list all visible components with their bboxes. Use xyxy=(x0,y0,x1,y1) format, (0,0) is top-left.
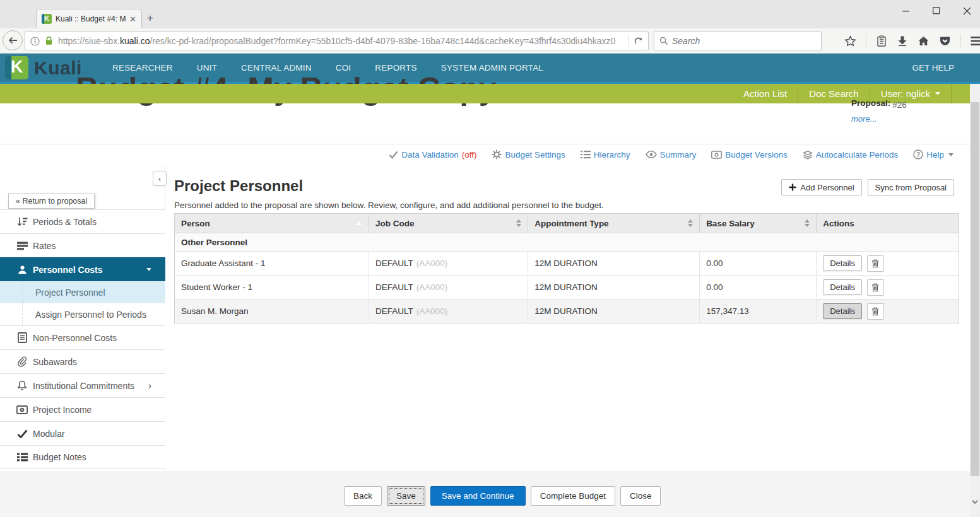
complete-budget-button[interactable]: Complete Budget xyxy=(531,486,615,506)
hierarchy-button[interactable]: Hierarchy xyxy=(581,150,630,160)
search-bar[interactable] xyxy=(654,32,822,50)
https-lock-icon xyxy=(44,36,54,46)
save-button[interactable]: Save xyxy=(387,486,425,506)
sidebar-item-project-personnel[interactable]: Project Personnel xyxy=(0,281,165,303)
save-and-continue-button[interactable]: Save and Continue xyxy=(430,486,526,506)
list-icon xyxy=(16,451,28,463)
browser-tab[interactable]: K Kuali :: Budget #4: My Budge ✕ xyxy=(36,9,142,28)
reload-button[interactable] xyxy=(628,35,643,47)
details-button[interactable]: Details xyxy=(823,303,862,319)
browser-toolbar: https://siue-sbx.kuali.co/res/kc-pd-krad… xyxy=(0,28,980,54)
sidebar-item-subawards[interactable]: Subawards xyxy=(0,349,165,373)
sidebar-item-assign-personnel[interactable]: Assign Personnel to Periods xyxy=(0,303,165,325)
cell-job-code: DEFAULT(AA000) xyxy=(369,252,528,275)
site-info-icon[interactable] xyxy=(30,37,40,46)
downloads-icon[interactable] xyxy=(897,35,908,47)
tab-close-icon[interactable]: ✕ xyxy=(129,15,136,23)
gear-icon xyxy=(492,149,502,160)
portal-bar: Action List Doc Search User: nglick xyxy=(0,84,970,103)
menu-hamburger-icon[interactable] xyxy=(971,36,980,46)
reload-icon xyxy=(634,37,643,46)
details-button[interactable]: Details xyxy=(823,279,862,295)
action-list-link[interactable]: Action List xyxy=(733,84,798,103)
table-row: Graduate Assistant - 1 DEFAULT(AA000) 12… xyxy=(175,251,959,275)
add-personnel-button[interactable]: Add Personnel xyxy=(781,179,861,195)
cell-base-salary: 0.00 xyxy=(700,276,817,299)
vertical-scrollbar[interactable] xyxy=(970,84,980,517)
help-menu[interactable]: ? Help xyxy=(913,149,953,160)
scrollbar-thumb[interactable] xyxy=(971,102,979,476)
back-button-footer[interactable]: Back xyxy=(344,486,382,506)
cell-actions: Details xyxy=(817,276,959,299)
data-validation-button[interactable]: Data Validation (off) xyxy=(389,150,476,160)
table-header: Person Job Code Appointment Type Base Sa… xyxy=(175,214,959,233)
search-input[interactable] xyxy=(672,36,798,46)
kuali-logo-icon[interactable]: K xyxy=(5,56,28,79)
scroll-down-arrow-icon[interactable] xyxy=(972,500,978,504)
column-header-base-salary[interactable]: Base Salary xyxy=(700,214,817,233)
bookmark-star-icon[interactable] xyxy=(844,35,856,47)
chevron-down-icon xyxy=(146,268,151,271)
delete-button[interactable] xyxy=(867,303,884,320)
delete-button[interactable] xyxy=(867,255,884,272)
banknote-icon xyxy=(711,151,722,159)
trash-icon xyxy=(871,307,879,316)
sidebar-item-periods-totals[interactable]: Periods & Totals xyxy=(0,209,165,233)
proposal-number: #26 xyxy=(892,100,907,110)
toolbar-separator xyxy=(866,35,866,47)
get-help-link[interactable]: GET HELP xyxy=(912,54,954,82)
screen: K Kuali :: Budget #4: My Budge ✕ + https… xyxy=(0,0,980,517)
address-bar[interactable]: https://siue-sbx.kuali.co/res/kc-pd-krad… xyxy=(25,32,649,50)
budget-settings-button[interactable]: Budget Settings xyxy=(492,149,565,160)
close-icon[interactable] xyxy=(963,7,971,15)
person-icon xyxy=(16,264,28,276)
search-icon xyxy=(659,37,668,45)
document-icon xyxy=(16,332,28,344)
column-header-job-code[interactable]: Job Code xyxy=(369,214,528,233)
reading-list-icon[interactable] xyxy=(876,35,887,47)
minimize-icon[interactable] xyxy=(902,7,910,15)
sidebar-item-budget-notes[interactable]: Budget Notes xyxy=(0,445,165,469)
proposal-info: Proposal:#26 xyxy=(851,98,907,108)
sidebar-item-project-income[interactable]: 0 Project Income xyxy=(0,397,165,421)
cell-person: Graduate Assistant - 1 xyxy=(175,252,369,275)
summary-button[interactable]: Summary xyxy=(646,150,697,160)
cell-actions: Details xyxy=(817,252,959,275)
personnel-table: Person Job Code Appointment Type Base Sa… xyxy=(174,213,959,323)
delete-button[interactable] xyxy=(867,279,884,296)
column-header-person[interactable]: Person xyxy=(175,214,369,233)
budget-versions-button[interactable]: Budget Versions xyxy=(711,150,787,160)
sidebar-item-modular[interactable]: Modular xyxy=(0,421,165,445)
sidebar-item-non-personnel-costs[interactable]: Non-Personnel Costs xyxy=(0,325,165,349)
sort-amount-icon xyxy=(16,216,28,228)
back-button[interactable] xyxy=(3,30,23,50)
cell-appointment-type: 12M DURATION xyxy=(528,276,700,299)
column-header-actions: Actions xyxy=(817,214,959,233)
details-button[interactable]: Details xyxy=(823,255,862,271)
column-header-appointment-type[interactable]: Appointment Type xyxy=(528,214,700,233)
sidebar-item-institutional-commitments[interactable]: Institutional Commitments › xyxy=(0,373,165,397)
sidebar-item-rates[interactable]: Rates xyxy=(0,233,165,257)
cell-person: Susan M. Morgan xyxy=(175,299,369,323)
cell-appointment-type: 12M DURATION xyxy=(528,252,700,275)
cell-job-code: DEFAULT(AA000) xyxy=(369,299,528,323)
pocket-icon[interactable] xyxy=(939,35,951,47)
sync-from-proposal-button[interactable]: Sync from Proposal xyxy=(868,179,954,195)
page-footer: Back Save Save and Continue Complete Bud… xyxy=(0,472,970,517)
budget-sidebar: ‹ « Return to proposal Periods & Totals … xyxy=(0,165,165,472)
autocalculate-periods-button[interactable]: Autocalculate Periods xyxy=(803,150,899,160)
home-icon[interactable] xyxy=(918,35,930,47)
url-text: https://siue-sbx.kuali.co/res/kc-pd-krad… xyxy=(58,36,623,46)
more-link[interactable]: more... xyxy=(851,114,877,124)
sidebar-item-personnel-costs[interactable]: Personnel Costs xyxy=(0,257,165,281)
portal-bar-stub xyxy=(951,84,968,103)
new-tab-button[interactable]: + xyxy=(147,12,153,25)
close-button[interactable]: Close xyxy=(620,486,661,506)
cell-job-code: DEFAULT(AA000) xyxy=(369,276,528,299)
maximize-icon[interactable] xyxy=(933,7,940,15)
return-to-proposal-button[interactable]: « Return to proposal xyxy=(8,194,95,209)
layers-icon xyxy=(803,150,813,160)
sidebar-collapse-button[interactable]: ‹ xyxy=(153,171,167,186)
toolbar-divider xyxy=(0,144,970,144)
proposal-label: Proposal: xyxy=(851,98,890,108)
